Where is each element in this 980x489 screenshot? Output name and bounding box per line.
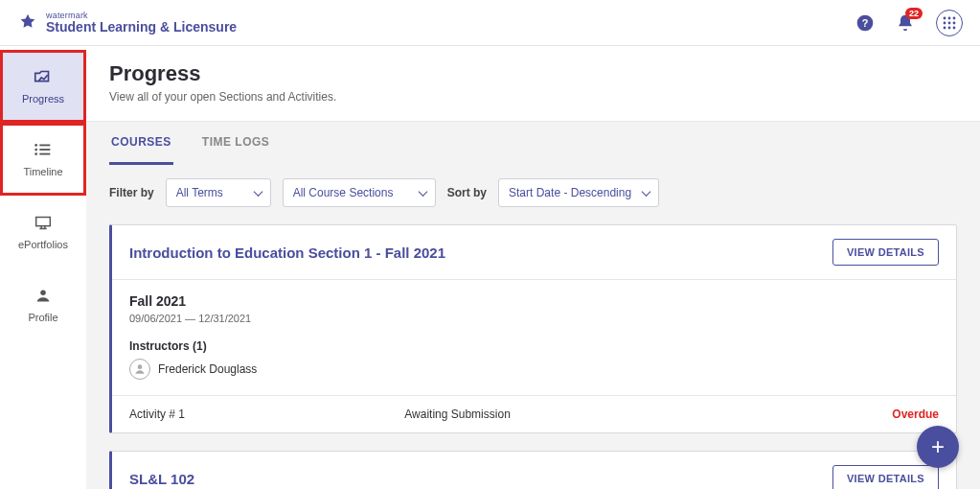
- sidebar-item-progress[interactable]: Progress: [0, 50, 86, 123]
- svg-point-2: [944, 16, 946, 19]
- svg-point-7: [953, 21, 956, 24]
- tab-timelogs[interactable]: TIME LOGS: [200, 122, 272, 165]
- card-head: Introduction to Education Section 1 - Fa…: [112, 225, 956, 280]
- sidebar-item-label: Profile: [28, 312, 57, 323]
- svg-point-4: [953, 16, 956, 19]
- svg-rect-16: [39, 153, 50, 155]
- svg-rect-17: [36, 218, 51, 226]
- svg-point-15: [34, 152, 37, 155]
- svg-point-5: [944, 21, 946, 24]
- sidebar: Progress Timeline ePortfolios Profile: [0, 46, 86, 489]
- course-card: Introduction to Education Section 1 - Fa…: [109, 224, 957, 433]
- main: Progress View all of your open Sections …: [86, 46, 980, 489]
- term-dates: 09/06/2021 — 12/31/2021: [129, 313, 939, 324]
- term-name: Fall 2021: [129, 293, 939, 309]
- app-header: watermark Student Learning & Licensure ?…: [0, 0, 980, 46]
- header-actions: ? 22: [855, 10, 963, 36]
- brand: watermark Student Learning & Licensure: [17, 12, 237, 34]
- plus-icon: +: [931, 433, 945, 460]
- sort-by-label: Sort by: [447, 186, 487, 199]
- timeline-icon: [33, 141, 54, 160]
- svg-point-8: [944, 26, 946, 29]
- instructors-label: Instructors (1): [129, 339, 939, 353]
- page-head: Progress View all of your open Sections …: [86, 46, 980, 121]
- progress-icon: [33, 68, 54, 87]
- instructor-row: Frederick Douglass: [129, 359, 939, 380]
- eportfolios-icon: [33, 214, 54, 233]
- tab-bar: COURSES TIME LOGS: [86, 121, 980, 165]
- tab-courses[interactable]: COURSES: [109, 122, 173, 165]
- svg-point-19: [138, 364, 143, 369]
- sidebar-item-label: ePortfolios: [18, 239, 68, 250]
- notification-badge: 22: [905, 8, 923, 20]
- svg-point-18: [40, 291, 46, 296]
- help-icon[interactable]: ?: [855, 13, 875, 33]
- profile-icon: [33, 287, 54, 306]
- activity-flag: Overdue: [728, 408, 939, 421]
- apps-icon[interactable]: [936, 10, 963, 36]
- sidebar-item-label: Timeline: [23, 166, 62, 177]
- sidebar-item-profile[interactable]: Profile: [0, 268, 86, 341]
- svg-point-6: [948, 21, 951, 24]
- svg-point-3: [948, 16, 951, 19]
- card-head: SL&L 102 VIEW DETAILS: [112, 452, 956, 489]
- filter-term-dropdown[interactable]: All Terms: [166, 178, 271, 207]
- sidebar-item-timeline[interactable]: Timeline: [0, 123, 86, 196]
- avatar-icon: [129, 359, 150, 380]
- page-subtitle: View all of your open Sections and Activ…: [109, 90, 957, 104]
- sidebar-item-eportfolios[interactable]: ePortfolios: [0, 196, 86, 268]
- brand-main: Student Learning & Licensure: [46, 20, 237, 34]
- add-fab[interactable]: +: [917, 426, 959, 468]
- notifications-icon[interactable]: 22: [896, 13, 915, 33]
- svg-point-10: [953, 26, 956, 29]
- page-title: Progress: [109, 61, 957, 86]
- svg-point-13: [34, 149, 37, 151]
- svg-point-11: [34, 144, 37, 147]
- sidebar-item-label: Progress: [22, 93, 64, 105]
- content-area: Introduction to Education Section 1 - Fa…: [86, 224, 980, 489]
- sort-dropdown[interactable]: Start Date - Descending: [498, 178, 659, 207]
- instructor-name: Frederick Douglass: [158, 362, 257, 376]
- svg-text:?: ?: [862, 17, 869, 29]
- course-card: SL&L 102 VIEW DETAILS: [109, 451, 957, 489]
- card-body: Fall 2021 09/06/2021 — 12/31/2021 Instru…: [112, 280, 956, 395]
- filter-by-label: Filter by: [109, 186, 154, 199]
- brand-text: watermark Student Learning & Licensure: [46, 12, 237, 34]
- activity-name: Activity # 1: [129, 408, 404, 421]
- svg-rect-12: [39, 145, 50, 147]
- card-footer: Activity # 1 Awaiting Submission Overdue: [112, 395, 956, 432]
- filter-section-dropdown[interactable]: All Course Sections: [283, 178, 436, 207]
- brand-icon: [17, 12, 38, 34]
- view-details-button[interactable]: VIEW DETAILS: [832, 239, 939, 266]
- activity-status: Awaiting Submission: [404, 408, 728, 421]
- view-details-button[interactable]: VIEW DETAILS: [832, 465, 939, 489]
- card-title: SL&L 102: [129, 471, 194, 487]
- filter-bar: Filter by All Terms All Course Sections …: [86, 165, 980, 224]
- card-title: Introduction to Education Section 1 - Fa…: [129, 244, 445, 261]
- svg-point-9: [948, 26, 951, 29]
- svg-rect-14: [39, 149, 50, 151]
